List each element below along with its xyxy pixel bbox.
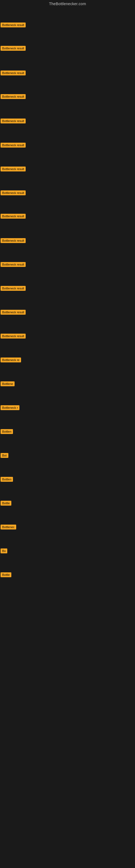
bottleneck-badge: Bottle xyxy=(1,501,11,506)
bottleneck-item-6: Bottleneck result xyxy=(1,143,26,149)
bottleneck-item-3: Bottleneck result xyxy=(1,70,26,76)
bottleneck-item-16: Bottlene xyxy=(1,381,14,388)
site-title-container: TheBottlenecker.com xyxy=(0,0,135,7)
bottleneck-item-22: Bottlenec xyxy=(1,525,16,531)
bottleneck-item-17: Bottleneck r xyxy=(1,405,19,411)
bottleneck-item-11: Bottleneck result xyxy=(1,262,26,268)
bottleneck-item-7: Bottleneck result xyxy=(1,166,26,173)
bottleneck-badge: Bottleneck result xyxy=(1,119,26,123)
bottleneck-item-24: Bottle xyxy=(1,572,11,578)
bottleneck-badge: Bottleneck result xyxy=(1,166,26,172)
bottleneck-badge: Bottlenec xyxy=(1,525,16,529)
bottleneck-item-23: Bo xyxy=(1,549,7,554)
bottleneck-item-20: Bottlen xyxy=(1,477,13,483)
bottleneck-badge: Bottleneck result xyxy=(1,143,26,148)
bottleneck-badge: Bottleneck result xyxy=(1,214,26,219)
bottleneck-badge: Bottleneck result xyxy=(1,94,26,99)
bottleneck-badge: Bo xyxy=(1,549,7,553)
bottleneck-badge: Bottleneck re xyxy=(1,358,21,362)
bottleneck-badge: Bot xyxy=(1,453,8,458)
bottleneck-badge: Bottleneck result xyxy=(1,334,26,339)
bottleneck-badge: Bottleneck result xyxy=(1,70,26,75)
bottleneck-item-18: Bottlen xyxy=(1,429,13,435)
bottleneck-item-14: Bottleneck result xyxy=(1,334,26,340)
bottleneck-badge: Bottleneck result xyxy=(1,238,26,243)
bottleneck-item-10: Bottleneck result xyxy=(1,238,26,244)
bottleneck-badge: Bottleneck r xyxy=(1,405,19,410)
bottleneck-item-5: Bottleneck result xyxy=(1,119,26,124)
bottleneck-item-4: Bottleneck result xyxy=(1,94,26,100)
bottleneck-badge: Bottleneck result xyxy=(1,190,26,195)
bottleneck-list: Bottleneck resultBottleneck resultBottle… xyxy=(0,7,135,868)
bottleneck-item-1: Bottleneck result xyxy=(1,23,26,29)
bottleneck-badge: Bottleneck result xyxy=(1,46,26,51)
bottleneck-badge: Bottleneck result xyxy=(1,286,26,291)
site-title: TheBottlenecker.com xyxy=(0,0,135,7)
bottleneck-item-19: Bot xyxy=(1,453,8,459)
bottleneck-item-8: Bottleneck result xyxy=(1,190,26,196)
bottleneck-item-15: Bottleneck re xyxy=(1,358,21,364)
bottleneck-badge: Bottleneck result xyxy=(1,23,26,27)
bottleneck-item-12: Bottleneck result xyxy=(1,286,26,292)
bottleneck-badge: Bottleneck result xyxy=(1,310,26,315)
bottleneck-item-2: Bottleneck result xyxy=(1,46,26,52)
bottleneck-item-13: Bottleneck result xyxy=(1,310,26,316)
bottleneck-badge: Bottlene xyxy=(1,381,14,386)
bottleneck-badge: Bottle xyxy=(1,572,11,577)
bottleneck-item-9: Bottleneck result xyxy=(1,214,26,220)
bottleneck-badge: Bottleneck result xyxy=(1,262,26,267)
bottleneck-badge: Bottlen xyxy=(1,429,13,434)
bottleneck-badge: Bottlen xyxy=(1,477,13,482)
bottleneck-item-21: Bottle xyxy=(1,501,11,507)
